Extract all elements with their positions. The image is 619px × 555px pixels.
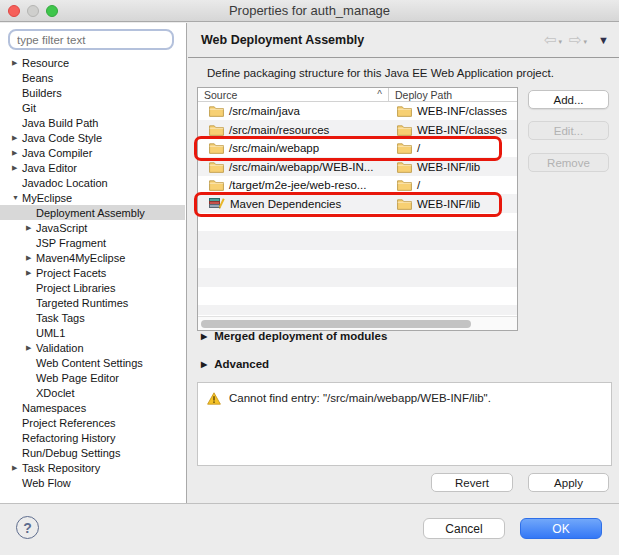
- source-path: /src/main/webapp: [229, 142, 319, 154]
- warning-icon: [207, 391, 221, 409]
- sidebar-tree-item[interactable]: Deployment Assembly: [0, 205, 185, 220]
- tree-item-label: Java Code Style: [22, 132, 102, 144]
- sidebar-tree-item[interactable]: Web Page Editor: [0, 370, 185, 385]
- sidebar-tree-item[interactable]: Java Editor: [0, 160, 185, 175]
- forward-icon[interactable]: ⇨: [569, 32, 582, 47]
- title-bar[interactable]: Properties for auth_manage: [0, 0, 619, 22]
- tree-item-label: Beans: [22, 72, 53, 84]
- scrollbar-thumb[interactable]: [201, 320, 471, 328]
- back-icon[interactable]: ⇦: [544, 32, 557, 47]
- panel-header: Web Deployment Assembly ⇦ ▾ ⇨ ▾ ▼: [188, 23, 619, 58]
- source-path: /src/main/resources: [229, 124, 329, 136]
- folder-icon: [397, 179, 412, 191]
- sidebar-tree-item[interactable]: Run/Debug Settings: [0, 445, 185, 460]
- tree-item-label: Refactoring History: [22, 432, 116, 444]
- folder-icon: [397, 198, 412, 210]
- sort-ascending-icon: ^: [377, 89, 382, 100]
- disclosure-triangle-icon[interactable]: [12, 164, 22, 172]
- view-menu-icon[interactable]: ▼: [598, 34, 609, 46]
- disclosure-triangle-icon[interactable]: [26, 224, 36, 232]
- deploy-path-cell: WEB-INF/classes: [389, 105, 517, 117]
- folder-icon: [397, 124, 412, 136]
- sidebar-tree-item[interactable]: Validation: [0, 340, 185, 355]
- sidebar-tree-item[interactable]: Task Repository: [0, 460, 185, 475]
- disclosure-triangle-icon[interactable]: [12, 464, 22, 472]
- sidebar-tree-item[interactable]: Project References: [0, 415, 185, 430]
- sidebar-tree-item[interactable]: Resource: [0, 55, 185, 70]
- table-row[interactable]: /src/main/webapp/WEB-IN... WEB-INF/lib: [198, 158, 517, 177]
- tree-item-label: Java Editor: [22, 162, 77, 174]
- disclosure-triangle-icon[interactable]: [26, 269, 36, 277]
- tree-item-label: XDoclet: [36, 387, 75, 399]
- cancel-button[interactable]: Cancel: [423, 518, 505, 539]
- section-merged-deployment[interactable]: ▶ Merged deployment of modules: [201, 330, 387, 342]
- folder-icon: [209, 197, 225, 210]
- disclosure-triangle-icon[interactable]: [12, 149, 22, 157]
- sidebar-tree-item[interactable]: JavaScript: [0, 220, 185, 235]
- disclosure-triangle-icon[interactable]: [26, 344, 36, 352]
- source-cell: /src/main/webapp/WEB-IN...: [198, 161, 389, 173]
- sidebar-tree-item[interactable]: Java Build Path: [0, 115, 185, 130]
- section-advanced[interactable]: ▶ Advanced: [201, 358, 269, 370]
- sidebar-tree-item[interactable]: JSP Fragment: [0, 235, 185, 250]
- disclosure-triangle-icon[interactable]: [12, 194, 22, 201]
- table-row[interactable]: /src/main/resources WEB-INF/classes: [198, 121, 517, 140]
- remove-button: Remove: [528, 153, 609, 172]
- tree-item-label: Project Facets: [36, 267, 106, 279]
- sidebar-tree-item[interactable]: Java Code Style: [0, 130, 185, 145]
- tree-item-label: Project Libraries: [36, 282, 115, 294]
- back-dropdown-icon[interactable]: ▾: [559, 38, 563, 46]
- disclosure-triangle-icon[interactable]: [12, 59, 22, 67]
- sidebar-tree-item[interactable]: Beans: [0, 70, 185, 85]
- help-icon[interactable]: ?: [16, 516, 39, 539]
- sidebar-tree-item[interactable]: UML1: [0, 325, 185, 340]
- tree-item-label: Web Flow: [22, 477, 71, 489]
- sidebar-tree-item[interactable]: Web Flow: [0, 475, 185, 490]
- zoom-button[interactable]: [46, 5, 58, 17]
- tree-item-label: Web Content Settings: [36, 357, 143, 369]
- tree-item-label: MyEclipse: [22, 192, 72, 204]
- sidebar-tree-item[interactable]: Task Tags: [0, 310, 185, 325]
- sidebar-tree-item[interactable]: XDoclet: [0, 385, 185, 400]
- source-cell: Maven Dependencies: [198, 197, 389, 210]
- revert-button[interactable]: Revert: [431, 473, 513, 492]
- sidebar-tree-item[interactable]: Namespaces: [0, 400, 185, 415]
- forward-dropdown-icon[interactable]: ▾: [584, 38, 588, 46]
- apply-button[interactable]: Apply: [528, 473, 609, 492]
- table-row[interactable]: Maven Dependencies WEB-INF/lib: [198, 195, 517, 214]
- sidebar-tree-item[interactable]: Project Facets: [0, 265, 185, 280]
- page-title: Web Deployment Assembly: [201, 33, 364, 47]
- filter-input[interactable]: [8, 29, 174, 50]
- sidebar-tree-item[interactable]: Git: [0, 100, 185, 115]
- sidebar-tree-item[interactable]: Java Compiler: [0, 145, 185, 160]
- sidebar-tree-item[interactable]: MyEclipse: [0, 190, 185, 205]
- ok-button[interactable]: OK: [520, 518, 602, 539]
- deploy-path: WEB-INF/classes: [417, 105, 507, 117]
- sidebar-tree-item[interactable]: Targeted Runtimes: [0, 295, 185, 310]
- tree-item-label: JSP Fragment: [36, 237, 106, 249]
- sidebar-tree-item[interactable]: Refactoring History: [0, 430, 185, 445]
- disclosure-triangle-icon[interactable]: [26, 254, 36, 262]
- horizontal-scrollbar[interactable]: [198, 316, 517, 330]
- column-header-source[interactable]: Source ^: [198, 88, 389, 101]
- sidebar-tree-item[interactable]: Maven4MyEclipse: [0, 250, 185, 265]
- edit-button: Edit...: [528, 121, 609, 140]
- table-row[interactable]: /target/m2e-jee/web-reso... /: [198, 176, 517, 195]
- sidebar-tree-item[interactable]: Javadoc Location: [0, 175, 185, 190]
- deployment-table: Source ^ Deploy Path: [197, 87, 518, 331]
- source-path: /src/main/webapp/WEB-IN...: [229, 161, 373, 173]
- sidebar-tree-item[interactable]: Project Libraries: [0, 280, 185, 295]
- source-path: /target/m2e-jee/web-reso...: [229, 179, 366, 191]
- folder-icon: [397, 161, 412, 173]
- close-button[interactable]: [8, 5, 20, 17]
- folder-icon: [209, 161, 224, 173]
- minimize-button: [27, 5, 39, 17]
- column-header-deploy-path[interactable]: Deploy Path: [389, 88, 517, 101]
- add-button[interactable]: Add...: [528, 90, 609, 109]
- deploy-path-cell: WEB-INF/lib: [389, 198, 517, 210]
- table-row[interactable]: /src/main/webapp /: [198, 139, 517, 158]
- sidebar-tree-item[interactable]: Web Content Settings: [0, 355, 185, 370]
- disclosure-triangle-icon[interactable]: [12, 134, 22, 142]
- table-row[interactable]: /src/main/java WEB-INF/classes: [198, 102, 517, 121]
- sidebar-tree-item[interactable]: Builders: [0, 85, 185, 100]
